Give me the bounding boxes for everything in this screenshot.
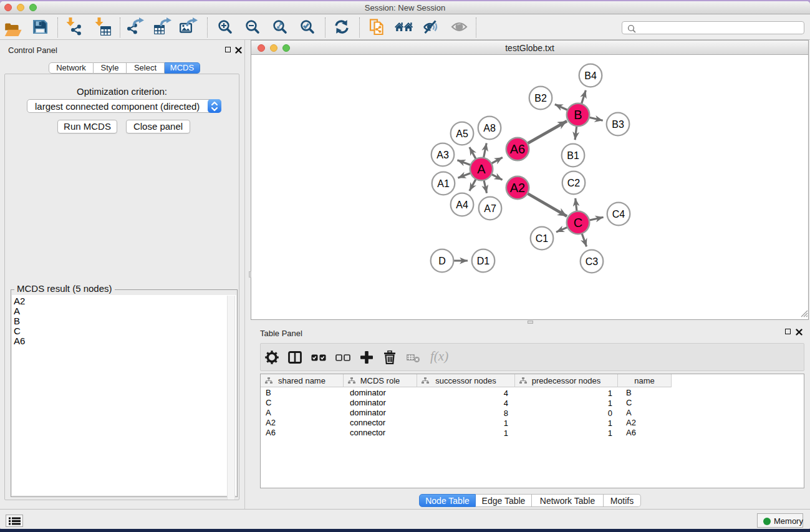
svg-text:C4: C4 — [612, 209, 625, 220]
svg-text:C: C — [574, 216, 582, 230]
svg-text:B4: B4 — [584, 70, 597, 81]
svg-text:B1: B1 — [567, 150, 579, 161]
svg-text:A1: A1 — [437, 178, 450, 189]
svg-text:B2: B2 — [534, 93, 547, 104]
svg-text:A3: A3 — [436, 150, 449, 160]
svg-text:A4: A4 — [456, 200, 468, 210]
svg-text:C1: C1 — [536, 233, 549, 244]
svg-text:B: B — [574, 108, 582, 122]
svg-text:A8: A8 — [483, 123, 496, 133]
svg-text:C3: C3 — [586, 256, 599, 267]
svg-text:A: A — [477, 162, 486, 176]
svg-text:A6: A6 — [510, 142, 525, 156]
svg-text:D1: D1 — [477, 256, 490, 266]
svg-text:A2: A2 — [510, 181, 525, 195]
svg-text:A7: A7 — [484, 203, 496, 214]
svg-text:D: D — [438, 256, 446, 266]
svg-text:C2: C2 — [567, 178, 581, 188]
svg-text:A5: A5 — [456, 128, 468, 139]
svg-text:B3: B3 — [612, 119, 624, 130]
